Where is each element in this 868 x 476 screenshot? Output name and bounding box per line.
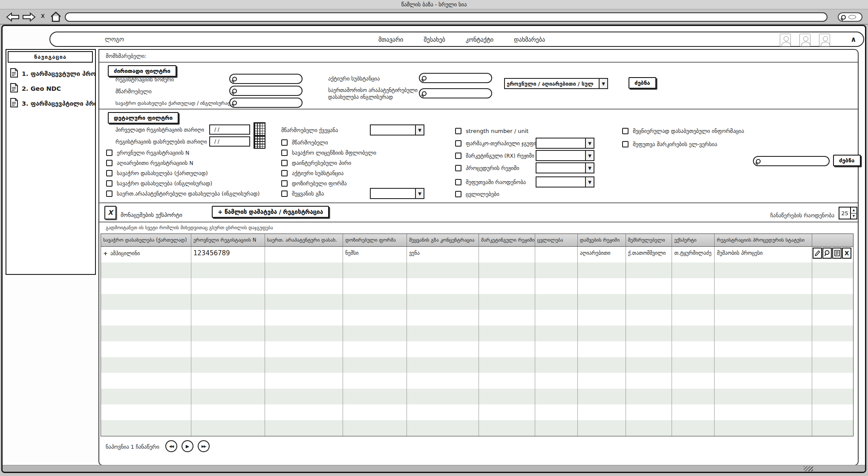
checkbox[interactable] (106, 160, 112, 166)
forward-button[interactable] (22, 12, 36, 23)
table-row[interactable]: +ამპიცილინი 123456789 ნემსი ვენა აღიარებ… (101, 247, 853, 263)
package-qty-dropdown[interactable]: ▼ (536, 176, 594, 188)
column-header[interactable]: ცვლილება (535, 234, 578, 246)
table-row[interactable] (101, 341, 853, 357)
table-row[interactable] (101, 294, 853, 310)
export-label[interactable]: მონაცემების ექსპორტი (121, 212, 182, 218)
checkbox[interactable] (106, 190, 112, 197)
checkbox[interactable] (455, 191, 461, 197)
print-icon[interactable] (832, 248, 842, 259)
trade-name-input[interactable] (229, 98, 303, 108)
group-hint: გადმოიტანეთ ის სვეტი რომლის მიხედვითაც გ… (106, 225, 273, 231)
basic-filter-button[interactable]: ძირითადი ფილტრი (108, 65, 176, 77)
table-row[interactable] (101, 310, 853, 326)
resize-handle-icon[interactable] (804, 466, 813, 471)
table-row[interactable] (101, 326, 853, 341)
checkbox[interactable] (622, 141, 629, 147)
menu-item-help[interactable]: დახმარება (514, 36, 545, 43)
pagination-first-button[interactable]: ◀◀ (165, 440, 177, 452)
url-input[interactable] (65, 12, 828, 22)
records-count-spinner[interactable]: 25 ▲ ▼ (839, 207, 857, 219)
add-drug-button[interactable]: + წამლის დამატება / რეგისტრაცია (212, 206, 329, 218)
table-row[interactable] (101, 404, 853, 420)
menu-item-contact[interactable]: კონტაქტი (466, 36, 493, 43)
avatar-icon[interactable] (799, 34, 810, 46)
procedure-regime-dropdown[interactable]: ▼ (536, 162, 594, 173)
checkbox[interactable] (455, 179, 461, 185)
pagination-next-button[interactable]: ▶ (182, 440, 193, 452)
row-expander[interactable]: + (103, 250, 108, 257)
column-header[interactable]: რეგისტრაციის პროცედურის სტატუსი (715, 234, 812, 246)
column-header[interactable]: დოზირებული ფორმა (343, 234, 407, 246)
column-header[interactable]: შემსრულებელი (626, 234, 672, 246)
checkbox[interactable] (455, 165, 461, 171)
menu-item-about[interactable]: შესახებ (424, 36, 445, 43)
delete-icon[interactable]: X (842, 248, 851, 259)
manufacturer-country-dropdown[interactable]: ▼ (370, 124, 424, 136)
sidebar-item-geo-ndc[interactable]: 2. Geo NDC (10, 83, 95, 95)
column-header[interactable]: დაშვების რეჟიმი (578, 234, 626, 246)
manufacturer-input[interactable] (229, 86, 303, 96)
calendar-icon[interactable] (254, 135, 265, 149)
back-button[interactable] (6, 12, 20, 23)
pagination-last-button[interactable]: ▶▶ (198, 440, 210, 452)
sidebar-item-pharma-products[interactable]: 1. ფარმაცევტული პროდუქტ (10, 68, 95, 80)
checkbox[interactable] (455, 140, 461, 147)
column-header[interactable]: მარკეტინგული რეჟიმი (479, 234, 535, 246)
basic-search-button[interactable]: ძებნა (629, 77, 656, 89)
home-button[interactable] (50, 12, 61, 24)
filter-checkbox-pharma-group: ფარმაკო-თერაპიული ჯგუფი (455, 140, 536, 147)
table-row[interactable] (101, 278, 853, 294)
menu-item-home[interactable]: მთავარი (378, 36, 403, 43)
checkbox[interactable] (106, 150, 112, 156)
inn-input[interactable] (419, 88, 492, 98)
checkbox[interactable] (106, 180, 112, 187)
collapse-caret[interactable]: ∧ (851, 35, 856, 43)
search-icon (422, 91, 427, 96)
reg-number-input[interactable] (229, 74, 303, 84)
filter-checkbox-recognition-reg-n: აღიარებითი რეგისტრაციის N (106, 160, 193, 166)
column-header[interactable]: ეროვნული რეგისტაციის N (191, 234, 265, 246)
table-row[interactable] (101, 389, 853, 404)
checkbox[interactable] (455, 128, 461, 134)
table-row[interactable] (101, 420, 853, 436)
column-header[interactable]: საერთ. არაპატენტური დასახ. (265, 234, 343, 246)
avatar-icon[interactable] (819, 34, 830, 46)
column-header[interactable]: შეყვანის გზა კონცენტრაცია (407, 234, 479, 246)
checkbox[interactable] (281, 180, 288, 187)
checkbox[interactable] (622, 128, 629, 134)
edit-icon[interactable] (813, 248, 822, 259)
calendar-icon[interactable] (254, 122, 265, 136)
table-row[interactable] (101, 357, 853, 373)
checkbox[interactable] (281, 190, 288, 197)
column-header[interactable]: ექსპერტი (672, 234, 715, 246)
checkbox[interactable] (281, 139, 288, 146)
checkbox[interactable] (281, 150, 288, 156)
avatar-icon[interactable] (780, 34, 791, 46)
view-icon[interactable] (822, 248, 832, 259)
spinner-down-icon[interactable]: ▼ (851, 213, 856, 219)
detail-search-input[interactable] (753, 156, 830, 166)
checkbox[interactable] (281, 170, 288, 176)
pharma-group-dropdown[interactable]: ▼ (536, 138, 594, 149)
active-substance-input[interactable] (419, 73, 492, 83)
table-row[interactable] (101, 373, 853, 389)
checkbox[interactable] (281, 160, 288, 166)
checkbox[interactable] (455, 153, 461, 159)
registration-type-dropdown[interactable]: ეროვნული / აღიარებითი / სულ ▼ (504, 78, 608, 89)
sidebar-item-pharma-products-2[interactable]: 3. ფარმაცევპტილი პროდუქტ (10, 98, 95, 110)
stop-button[interactable]: x (41, 12, 45, 20)
checkbox[interactable] (106, 170, 112, 176)
excel-export-icon[interactable]: X (104, 206, 116, 219)
rx-regime-dropdown[interactable]: ▼ (536, 150, 594, 161)
route-dropdown[interactable]: ▼ (370, 188, 424, 199)
detail-search-button[interactable]: ძებნა (833, 155, 861, 166)
column-header[interactable]: სავაჭრო დასახელება (ქართულად) (101, 234, 191, 246)
detail-filter-button[interactable]: დეტალური ფილტრი (108, 112, 179, 124)
browser-search[interactable] (838, 12, 862, 22)
registration-end-date-input[interactable]: / / (209, 136, 250, 147)
table-row[interactable] (101, 263, 853, 278)
spinner-up-icon[interactable]: ▲ (851, 208, 856, 213)
cell-marketing-regime (479, 247, 535, 263)
first-registration-date-input[interactable]: / / (209, 124, 250, 135)
